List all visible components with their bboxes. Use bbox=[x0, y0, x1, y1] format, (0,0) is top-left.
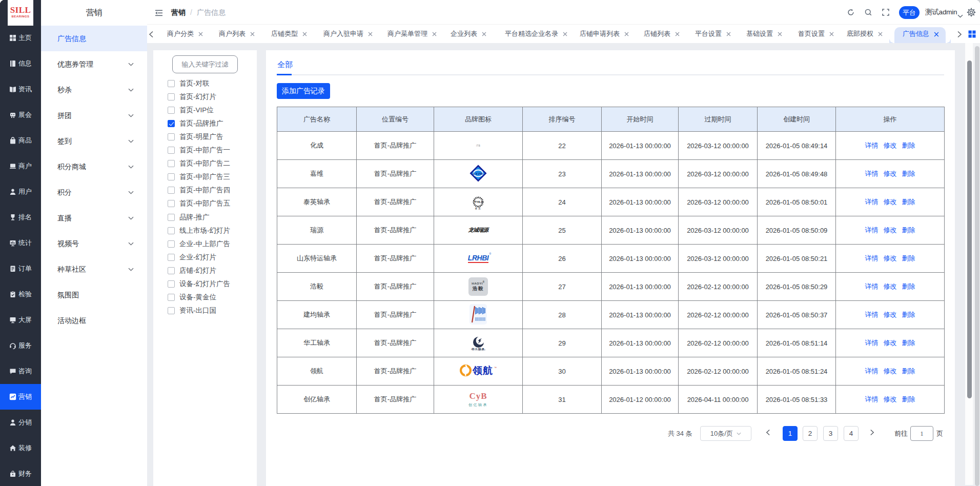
svg-text:LYJW: LYJW bbox=[473, 171, 483, 175]
svg-text:TYKJ: TYKJ bbox=[475, 200, 482, 204]
